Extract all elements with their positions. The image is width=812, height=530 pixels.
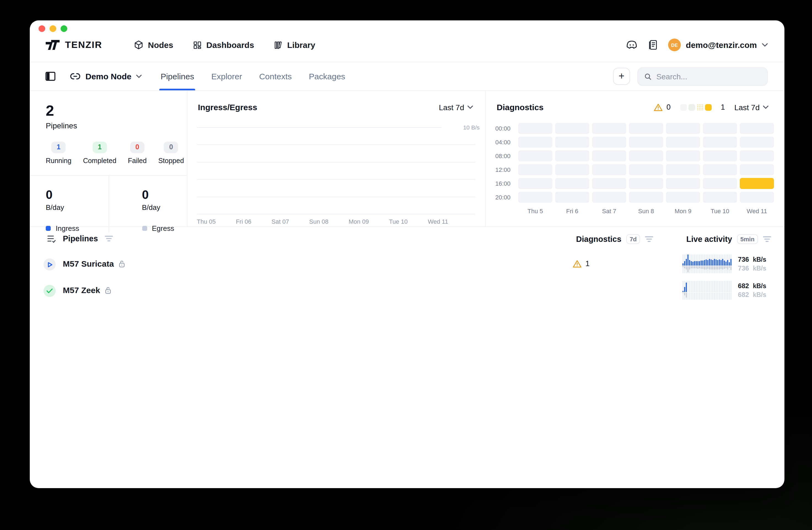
heatmap-cell[interactable] bbox=[740, 192, 774, 203]
add-pipeline-button[interactable]: + bbox=[613, 68, 630, 85]
heatmap-cell[interactable] bbox=[592, 178, 626, 189]
heatmap-cell[interactable] bbox=[592, 192, 626, 203]
toolbar-right: + bbox=[613, 67, 768, 86]
heatmap-cell[interactable] bbox=[592, 137, 626, 148]
filter-icon[interactable] bbox=[104, 235, 113, 242]
heatmap-cell[interactable] bbox=[518, 192, 552, 203]
heatmap-cell[interactable] bbox=[740, 123, 774, 134]
throughput-summary: 0 B/day Ingress 0 B/day Egress bbox=[30, 175, 187, 232]
user-menu[interactable]: DE demo@tenzir.com bbox=[668, 39, 768, 51]
check-icon bbox=[46, 288, 53, 294]
heatmap-cell[interactable] bbox=[555, 164, 589, 175]
heatmap-cell[interactable] bbox=[666, 164, 700, 175]
heatmap-cell-active[interactable] bbox=[740, 178, 774, 189]
heatmap-cell[interactable] bbox=[666, 123, 700, 134]
pipeline-status-running bbox=[44, 259, 56, 270]
status-count-badge: 0 bbox=[164, 141, 178, 153]
node-toolbar: Demo Node Pipelines Explorer Contexts Pa… bbox=[30, 62, 784, 91]
pipelines-list: Pipelines Diagnostics 7d Live activity 5… bbox=[30, 227, 784, 488]
diagnostics-range-dropdown[interactable]: Last 7d bbox=[734, 103, 768, 112]
chart-gridline bbox=[197, 179, 475, 180]
pipeline-name[interactable]: M57 Suricata bbox=[63, 259, 114, 268]
live-activity-column-header: Live activity bbox=[686, 235, 732, 244]
nav-item-library[interactable]: Library bbox=[274, 40, 315, 49]
pipeline-diagnostics-count[interactable]: 1 bbox=[573, 260, 590, 268]
heatmap-cell[interactable] bbox=[629, 123, 663, 134]
live-activity-range-badge[interactable]: 5min bbox=[737, 234, 758, 244]
heatmap-cell[interactable] bbox=[518, 150, 552, 161]
search-input[interactable] bbox=[656, 72, 761, 81]
heatmap-legend-max: 1 bbox=[721, 103, 725, 111]
heatmap-cell[interactable] bbox=[740, 150, 774, 161]
filter-icon[interactable] bbox=[763, 236, 771, 242]
heatmap-cell[interactable] bbox=[518, 137, 552, 148]
heatmap-cell[interactable] bbox=[629, 164, 663, 175]
pipeline-status-completed bbox=[44, 285, 56, 297]
heatmap-cell[interactable] bbox=[703, 123, 737, 134]
heatmap-cell[interactable] bbox=[592, 164, 626, 175]
chart-gridline bbox=[197, 144, 475, 145]
heatmap-cell[interactable] bbox=[666, 137, 700, 148]
discord-button[interactable] bbox=[626, 40, 638, 50]
nav-right: DE demo@tenzir.com bbox=[626, 39, 768, 51]
tab-packages[interactable]: Packages bbox=[309, 62, 345, 90]
node-selector[interactable]: Demo Node bbox=[70, 72, 142, 81]
tenzir-logo[interactable]: TENZIR bbox=[45, 39, 102, 51]
tab-explorer[interactable]: Explorer bbox=[211, 62, 242, 90]
sidebar-toggle-button[interactable] bbox=[45, 72, 56, 81]
heatmap-cell[interactable] bbox=[555, 178, 589, 189]
chart-range-dropdown[interactable]: Last 7d bbox=[439, 103, 473, 112]
legend-swatch-2 bbox=[697, 104, 703, 111]
heatmap-cell[interactable] bbox=[518, 178, 552, 189]
heatmap-cell[interactable] bbox=[666, 150, 700, 161]
search-box[interactable] bbox=[637, 67, 768, 86]
heatmap-cell[interactable] bbox=[740, 164, 774, 175]
heatmap-legend bbox=[680, 104, 711, 111]
diagnostics-title: Diagnostics bbox=[497, 102, 543, 112]
heatmap-cell[interactable] bbox=[666, 178, 700, 189]
heatmap-cell[interactable] bbox=[666, 192, 700, 203]
heatmap-hour-label: 00:00 bbox=[489, 123, 516, 134]
list-check-icon bbox=[47, 234, 56, 243]
heatmap-cell[interactable] bbox=[629, 150, 663, 161]
heatmap-cell[interactable] bbox=[555, 150, 589, 161]
docs-button[interactable] bbox=[648, 40, 658, 50]
nav-item-dashboards[interactable]: Dashboards bbox=[193, 40, 254, 49]
heatmap-cell[interactable] bbox=[518, 123, 552, 134]
pipeline-row-m57-suricata[interactable]: M57 Suricata 1 736kB/s 736kB/s bbox=[30, 251, 784, 278]
tab-pipelines[interactable]: Pipelines bbox=[161, 62, 194, 90]
close-button[interactable] bbox=[39, 25, 45, 32]
heatmap-cell[interactable] bbox=[518, 164, 552, 175]
heatmap-cell[interactable] bbox=[629, 192, 663, 203]
dashboard-summary: 2 Pipelines 1 Running 1 Completed 0 bbox=[30, 91, 784, 227]
pipeline-name[interactable]: M57 Zeek bbox=[63, 285, 100, 295]
pipeline-row-m57-zeek[interactable]: M57 Zeek 682kB/s 682kB/s bbox=[30, 278, 784, 304]
diagnostics-range-badge[interactable]: 7d bbox=[626, 234, 640, 244]
heatmap-cell[interactable] bbox=[703, 164, 737, 175]
minimize-button[interactable] bbox=[49, 25, 56, 32]
heatmap-cell[interactable] bbox=[592, 123, 626, 134]
heatmap-cell[interactable] bbox=[592, 150, 626, 161]
heatmap-day-label: Thu 5 bbox=[518, 208, 552, 214]
chevron-down-icon bbox=[762, 43, 768, 47]
heatmap-cell[interactable] bbox=[703, 150, 737, 161]
heatmap-cell[interactable] bbox=[703, 192, 737, 203]
heatmap-cell[interactable] bbox=[555, 192, 589, 203]
zoom-button[interactable] bbox=[61, 25, 67, 32]
status-stopped: 0 Stopped bbox=[158, 141, 184, 164]
heatmap-cell[interactable] bbox=[703, 178, 737, 189]
filter-icon[interactable] bbox=[645, 236, 653, 242]
cube-icon bbox=[134, 40, 144, 49]
heatmap-cell[interactable] bbox=[629, 137, 663, 148]
heatmap-day-label: Fri 6 bbox=[555, 208, 589, 214]
heatmap-cell[interactable] bbox=[740, 137, 774, 148]
heatmap-cell[interactable] bbox=[629, 178, 663, 189]
heatmap-cell[interactable] bbox=[703, 137, 737, 148]
heatmap-cell[interactable] bbox=[555, 137, 589, 148]
tab-contexts[interactable]: Contexts bbox=[259, 62, 292, 90]
heatmap-cell[interactable] bbox=[555, 123, 589, 134]
status-summary: 1 Running 1 Completed 0 Failed 0 bbox=[46, 141, 174, 164]
live-activity-values: 736kB/s 736kB/s bbox=[716, 256, 766, 272]
nav-item-nodes[interactable]: Nodes bbox=[134, 40, 173, 49]
heatmap-hour-label: 08:00 bbox=[489, 150, 516, 161]
